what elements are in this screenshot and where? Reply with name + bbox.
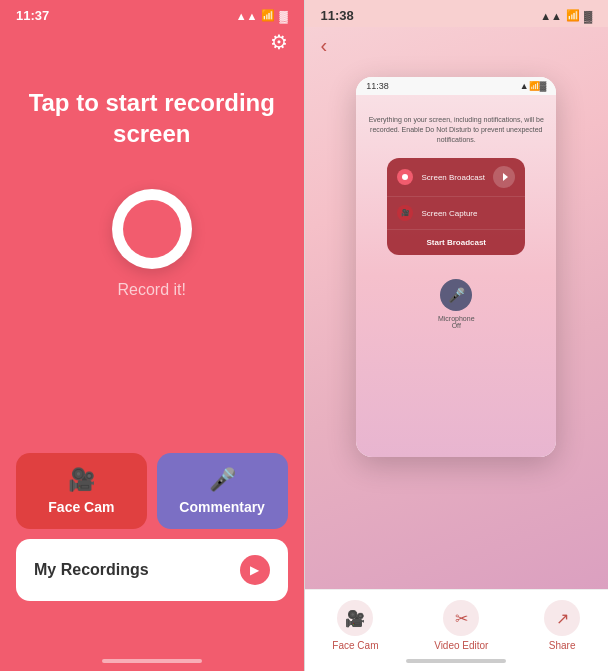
play-triangle-mini [503, 173, 508, 181]
my-recordings-label: My Recordings [34, 561, 149, 579]
right-main-content: 11:38 ▲📶▓ Everything on your screen, inc… [305, 27, 609, 589]
my-recordings-button[interactable]: My Recordings ▶ [16, 539, 288, 601]
status-icons-right: ▲▲ 📶 ▓ [540, 9, 592, 22]
video-icon: 🎥 [345, 609, 365, 628]
tab-share[interactable]: ↗ Share [544, 600, 580, 651]
dot-icon [402, 174, 408, 180]
screen-capture-label: Screen Capture [421, 209, 477, 218]
screen-broadcast-item[interactable]: Screen Broadcast [387, 158, 525, 197]
play-triangle: ▶ [250, 563, 259, 577]
play-icon: ▶ [240, 555, 270, 585]
share-tab-icon: ↗ [544, 600, 580, 636]
mini-status-icons: ▲📶▓ [520, 81, 546, 91]
time-right: 11:38 [321, 8, 354, 23]
broadcast-menu: Screen Broadcast 🎥 Screen Capture [387, 158, 525, 255]
bottom-buttons: 🎥 Face Cam 🎤 Commentary My Recordings ▶ [16, 453, 288, 601]
face-cam-tab-icon: 🎥 [337, 600, 373, 636]
mini-status-bar: 11:38 ▲📶▓ [356, 77, 556, 95]
mini-time: 11:38 [366, 81, 389, 91]
back-button[interactable]: ‹ [321, 34, 328, 57]
camera-mini-icon: 🎥 [401, 209, 410, 217]
left-phone: 11:37 ▲▲ 📶 ▓ ⚙ Tap to start recording sc… [0, 0, 304, 671]
play-btn-mini[interactable] [493, 166, 515, 188]
face-cam-tab-label: Face Cam [332, 640, 378, 651]
wifi-icon-right: 📶 [566, 9, 580, 22]
signal-icon: ▲▲ [236, 10, 258, 22]
screen-capture-item[interactable]: 🎥 Screen Capture [387, 197, 525, 230]
battery-icon: ▓ [279, 10, 287, 22]
gear-icon: ⚙ [270, 31, 288, 53]
mini-phone-screen: 11:38 ▲📶▓ Everything on your screen, inc… [356, 77, 556, 457]
status-bar-right: 11:38 ▲▲ 📶 ▓ [305, 0, 609, 27]
home-indicator-left [102, 659, 202, 663]
share-icon: ↗ [556, 609, 569, 628]
commentary-label: Commentary [179, 499, 265, 515]
right-phone: 11:38 ▲▲ 📶 ▓ ‹ 11:38 ▲📶▓ Everything on y… [305, 0, 609, 671]
broadcast-record-icon [397, 169, 413, 185]
microphone-icon: 🎤 [448, 287, 465, 303]
face-cam-label: Face Cam [48, 499, 114, 515]
tab-video-editor[interactable]: ✂ Video Editor [434, 600, 488, 651]
action-row: 🎥 Face Cam 🎤 Commentary [16, 453, 288, 529]
record-inner-dot [123, 200, 181, 258]
gear-button[interactable]: ⚙ [270, 30, 288, 54]
mini-notice-text: Everything on your screen, including not… [366, 115, 546, 144]
start-broadcast-label: Start Broadcast [426, 238, 486, 247]
back-icon: ‹ [321, 34, 328, 56]
wifi-icon: 📶 [261, 9, 275, 22]
microphone-label: Microphone Off [438, 315, 475, 329]
record-button-area: Record it! [112, 189, 192, 299]
mic-icon: 🎤 [209, 467, 236, 493]
battery-icon-right: ▓ [584, 10, 592, 22]
status-icons-left: ▲▲ 📶 ▓ [236, 9, 288, 22]
record-button[interactable] [112, 189, 192, 269]
commentary-button[interactable]: 🎤 Commentary [157, 453, 288, 529]
share-tab-label: Share [549, 640, 576, 651]
tab-face-cam[interactable]: 🎥 Face Cam [332, 600, 378, 651]
signal-icon-right: ▲▲ [540, 10, 562, 22]
home-indicator-right [406, 659, 506, 663]
status-bar-left: 11:37 ▲▲ 📶 ▓ [0, 0, 304, 27]
scissors-icon: ✂ [455, 609, 468, 628]
camera-icon: 🎥 [68, 467, 95, 493]
video-editor-tab-icon: ✂ [443, 600, 479, 636]
time-left: 11:37 [16, 8, 49, 23]
video-editor-tab-label: Video Editor [434, 640, 488, 651]
screen-broadcast-label: Screen Broadcast [421, 173, 485, 182]
microphone-button[interactable]: 🎤 [440, 279, 472, 311]
record-label: Record it! [118, 281, 186, 299]
face-cam-button[interactable]: 🎥 Face Cam [16, 453, 147, 529]
microphone-area: 🎤 Microphone Off [438, 279, 475, 329]
tap-to-record-text: Tap to start recording screen [0, 87, 304, 149]
capture-icon: 🎥 [397, 205, 413, 221]
mini-body: Everything on your screen, including not… [356, 95, 556, 457]
start-broadcast-item[interactable]: Start Broadcast [387, 230, 525, 255]
